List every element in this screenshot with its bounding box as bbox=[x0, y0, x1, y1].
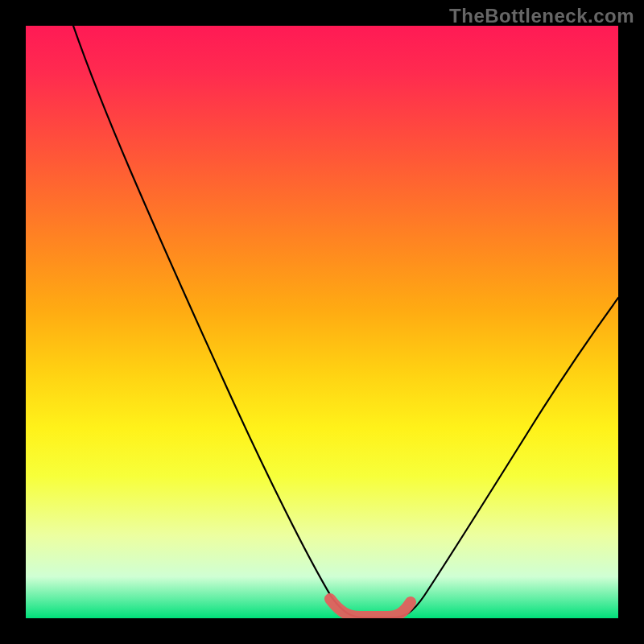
chart-svg bbox=[26, 26, 618, 618]
optimal-range-highlight bbox=[330, 599, 411, 617]
plot-area bbox=[26, 26, 618, 618]
bottleneck-curve bbox=[73, 26, 618, 617]
watermark-text: TheBottleneck.com bbox=[449, 5, 634, 27]
chart-frame: TheBottleneck.com bbox=[0, 0, 644, 644]
